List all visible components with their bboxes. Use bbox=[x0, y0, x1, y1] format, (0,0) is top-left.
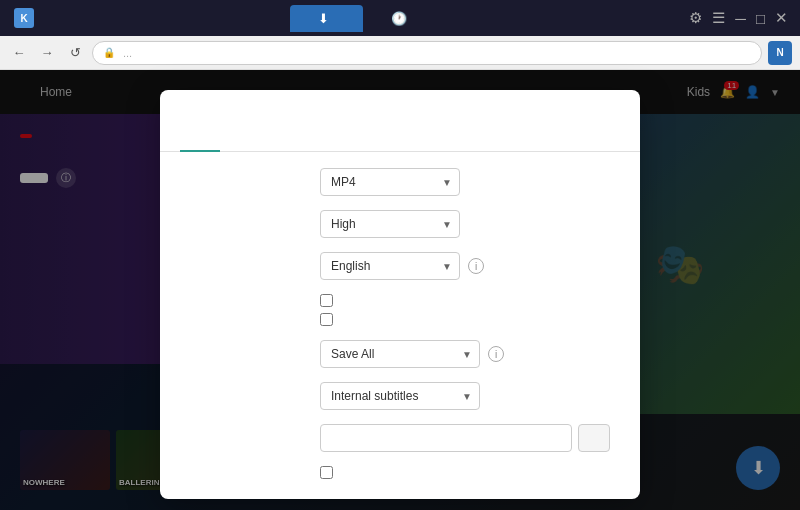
url-bar[interactable]: 🔒 ... bbox=[92, 41, 762, 65]
app-logo: K bbox=[0, 8, 54, 28]
output-folder-row bbox=[190, 424, 610, 452]
audio-options-group bbox=[190, 294, 610, 326]
forward-button[interactable]: → bbox=[36, 42, 58, 64]
save-ad-checkbox[interactable] bbox=[320, 294, 333, 307]
titlebar-tabs: ⬇ 🕐 bbox=[54, 5, 677, 32]
titlebar-controls: ⚙ ☰ ─ □ ✕ bbox=[677, 9, 800, 27]
video-format-control: MP4 MKV ▼ bbox=[320, 168, 610, 196]
maximize-icon[interactable]: □ bbox=[756, 10, 765, 27]
audio-language-row: English French Spanish ▼ i bbox=[190, 252, 610, 280]
audio-language-select[interactable]: English French Spanish bbox=[320, 252, 460, 280]
refresh-button[interactable]: ↺ bbox=[64, 42, 86, 64]
download-tab-icon: ⬇ bbox=[318, 11, 329, 26]
dialog-header bbox=[160, 90, 640, 124]
titlebar-tab-download[interactable]: ⬇ bbox=[290, 5, 363, 32]
output-folder-control bbox=[320, 424, 610, 452]
subtitle-language-select[interactable]: Save All English None bbox=[320, 340, 480, 368]
save-subtitle-row: Internal subtitles External subtitles No… bbox=[190, 382, 610, 410]
back-button[interactable]: ← bbox=[8, 42, 30, 64]
tab-advanced[interactable] bbox=[220, 134, 260, 152]
sleep-row bbox=[190, 466, 610, 479]
tab-download-settings[interactable] bbox=[180, 134, 220, 152]
library-tab-icon: 🕐 bbox=[391, 11, 407, 26]
output-path-display bbox=[320, 424, 572, 452]
audio-language-control: English French Spanish ▼ i bbox=[320, 252, 610, 280]
app-logo-icon: K bbox=[14, 8, 34, 28]
app-titlebar: K ⬇ 🕐 ⚙ ☰ ─ □ ✕ bbox=[0, 0, 800, 36]
lock-icon: 🔒 bbox=[103, 47, 115, 58]
save-51-checkbox[interactable] bbox=[320, 313, 333, 326]
dialog-overlay: MP4 MKV ▼ High Medium Low bbox=[0, 70, 800, 510]
close-icon[interactable]: ✕ bbox=[775, 9, 788, 27]
output-folder-row-inner bbox=[320, 424, 610, 452]
video-format-row: MP4 MKV ▼ bbox=[190, 168, 610, 196]
video-quality-select[interactable]: High Medium Low bbox=[320, 210, 460, 238]
save-51-row bbox=[320, 313, 610, 326]
dialog-close-button[interactable] bbox=[600, 104, 620, 124]
save-subtitle-select[interactable]: Internal subtitles External subtitles No… bbox=[320, 382, 480, 410]
titlebar-tab-library[interactable]: 🕐 bbox=[363, 5, 441, 32]
browse-folder-button[interactable] bbox=[578, 424, 610, 452]
audio-language-info-icon[interactable]: i bbox=[468, 258, 484, 274]
video-quality-row: High Medium Low ▼ bbox=[190, 210, 610, 238]
save-subtitle-select-wrapper: Internal subtitles External subtitles No… bbox=[320, 382, 480, 410]
settings-icon[interactable]: ⚙ bbox=[689, 9, 702, 27]
video-format-select[interactable]: MP4 MKV bbox=[320, 168, 460, 196]
menu-icon[interactable]: ☰ bbox=[712, 9, 725, 27]
video-format-select-wrapper: MP4 MKV ▼ bbox=[320, 168, 460, 196]
netflix-extension-icon[interactable]: N bbox=[768, 41, 792, 65]
save-subtitle-control: Internal subtitles External subtitles No… bbox=[320, 382, 610, 410]
dialog-body: MP4 MKV ▼ High Medium Low bbox=[160, 152, 640, 499]
dialog-tabs bbox=[160, 124, 640, 152]
subtitle-language-row: Save All English None ▼ i bbox=[190, 340, 610, 368]
subtitle-language-control: Save All English None ▼ i bbox=[320, 340, 610, 368]
browser-bar: ← → ↺ 🔒 ... N bbox=[0, 36, 800, 70]
subtitle-language-info-icon[interactable]: i bbox=[488, 346, 504, 362]
minimize-icon[interactable]: ─ bbox=[735, 10, 746, 27]
audio-language-select-wrapper: English French Spanish ▼ bbox=[320, 252, 460, 280]
save-ad-row bbox=[320, 294, 610, 307]
video-quality-select-wrapper: High Medium Low ▼ bbox=[320, 210, 460, 238]
video-quality-control: High Medium Low ▼ bbox=[320, 210, 610, 238]
subtitle-language-select-wrapper: Save All English None ▼ bbox=[320, 340, 480, 368]
settings-dialog: MP4 MKV ▼ High Medium Low bbox=[160, 90, 640, 499]
sleep-checkbox[interactable] bbox=[320, 466, 333, 479]
